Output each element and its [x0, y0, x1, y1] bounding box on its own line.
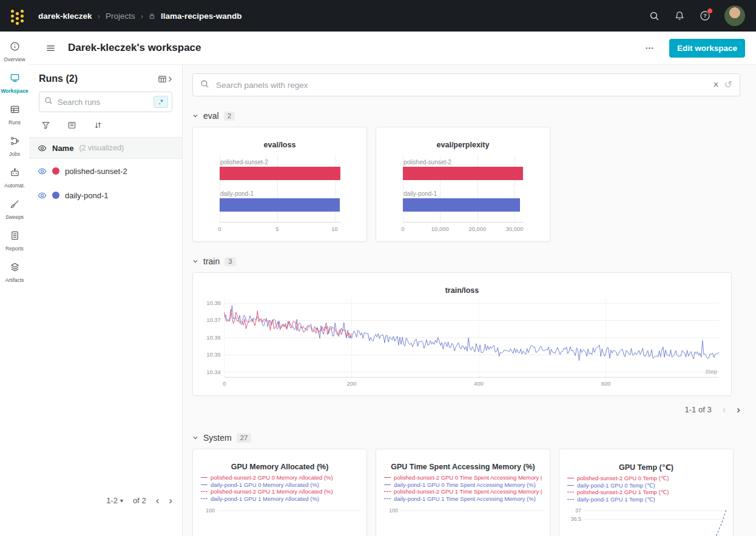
legend-item[interactable]: daily-pond-1 GPU 1 Temp (℃)	[567, 496, 725, 503]
next-page-button[interactable]: ›	[169, 495, 172, 506]
visibility-eye-icon[interactable]	[38, 167, 47, 176]
legend-item[interactable]: polished-sunset-2 GPU 1 Memory Allocated…	[201, 488, 359, 495]
legend-item[interactable]: daily-pond-1 GPU 0 Time Spent Accessing …	[384, 481, 542, 489]
notification-dot	[707, 8, 713, 14]
rail-label: Artifacts	[5, 277, 24, 283]
legend-item[interactable]: polished-sunset-2 GPU 0 Memory Allocated…	[201, 474, 359, 481]
name-column-header[interactable]: Name	[52, 144, 73, 153]
chart-plot: 3736.5	[567, 508, 727, 536]
section-header-train[interactable]: train 3	[192, 256, 740, 266]
legend-label: polished-sunset-2 GPU 0 Temp (℃)	[577, 475, 669, 481]
section-count-badge: 2	[224, 112, 235, 121]
panel-title: GPU Memory Allocated (%)	[193, 449, 366, 471]
x-tick-label: 10,000	[431, 226, 449, 232]
rail-item-automations[interactable]: Automat.	[0, 162, 29, 194]
search-icon[interactable]	[648, 10, 660, 22]
rail-item-workspace[interactable]: Workspace	[0, 68, 29, 99]
next-page-button[interactable]: ›	[737, 404, 740, 415]
user-avatar[interactable]	[724, 5, 745, 26]
panel-train-loss[interactable]: train/loss 10.3810.3710.3610.3510.340200…	[192, 272, 732, 396]
visibility-eye-icon[interactable]	[38, 144, 47, 153]
panel-gpu-memory-allocated[interactable]: GPU Memory Allocated (%) polished-sunset…	[192, 449, 367, 536]
panel-gpu-temp[interactable]: GPU Temp (℃) polished-sunset-2 GPU 0 Tem…	[559, 449, 734, 536]
legend-swatch	[567, 485, 574, 486]
expand-table-button[interactable]	[158, 75, 172, 84]
rail-item-jobs[interactable]: Jobs	[0, 131, 29, 162]
clear-search-icon[interactable]: ×	[713, 80, 718, 90]
legend-item[interactable]: daily-pond-1 GPU 1 Time Spent Accessing …	[384, 495, 542, 503]
legend-label: daily-pond-1 GPU 0 Temp (℃)	[577, 482, 655, 489]
bar-gridline	[335, 155, 336, 222]
legend-label: polished-sunset-2 GPU 1 Time Spent Acces…	[394, 488, 542, 495]
section-header-eval[interactable]: eval 2	[192, 111, 740, 121]
legend-label: polished-sunset-2 GPU 1 Temp (℃)	[577, 489, 669, 495]
gridline	[400, 511, 544, 511]
panel-eval-loss[interactable]: eval/loss 0510polished-sunset-2daily-pon…	[192, 127, 367, 242]
x-tick-label: 0	[401, 226, 404, 232]
bar-daily-pond-1[interactable]	[403, 198, 520, 212]
panel-eval-perplexity[interactable]: eval/perplexity 010,00020,00030,000polis…	[376, 127, 550, 242]
rail-item-sweeps[interactable]: Sweeps	[0, 194, 29, 226]
rail-item-runs[interactable]: Runs	[0, 99, 29, 131]
legend-item[interactable]: daily-pond-1 GPU 1 Memory Allocated (%)	[201, 495, 359, 503]
train-loss-line-chart[interactable]: 10.3810.3710.3610.3510.340200400600Step	[193, 273, 731, 395]
chart-plot: 100	[200, 508, 360, 536]
hamburger-menu-icon[interactable]	[46, 43, 56, 53]
panel-gpu-time-accessing-memory[interactable]: GPU Time Spent Accessing Memory (%) poli…	[376, 449, 550, 536]
help-icon[interactable]: ?	[699, 10, 711, 22]
breadcrumb-project[interactable]: llama-recipes-wandb	[161, 12, 242, 21]
legend-item[interactable]: polished-sunset-2 GPU 0 Time Spent Acces…	[384, 474, 542, 481]
search-icon	[44, 96, 53, 107]
legend-item[interactable]: daily-pond-1 GPU 0 Memory Allocated (%)	[201, 481, 359, 489]
workspace-icon	[10, 73, 20, 85]
bar-polished-sunset-2[interactable]	[403, 167, 523, 180]
sort-icon[interactable]	[93, 121, 103, 130]
panel-title: GPU Temp (℃)	[559, 449, 733, 472]
legend-swatch	[567, 499, 574, 500]
legend-item[interactable]: polished-sunset-2 GPU 0 Temp (℃)	[567, 475, 725, 482]
run-name[interactable]: daily-pond-1	[65, 191, 109, 200]
legend-item[interactable]: polished-sunset-2 GPU 1 Temp (℃)	[567, 489, 725, 496]
y-tick: 100	[200, 508, 360, 514]
edit-workspace-button[interactable]: Edit workspace	[669, 39, 745, 58]
chevron-down-icon	[192, 435, 198, 441]
panels-search-input[interactable]	[215, 80, 707, 90]
rail-item-overview[interactable]: Overview	[0, 36, 29, 68]
run-row-daily-pond-1[interactable]: daily-pond-1	[29, 183, 182, 207]
panels-main: × ↺ eval 2 eval/loss 0510polished-sunset…	[183, 65, 756, 536]
bar-polished-sunset-2[interactable]	[220, 167, 340, 180]
more-options-icon[interactable]	[642, 41, 657, 56]
section-header-system[interactable]: System 27	[192, 433, 740, 443]
run-row-polished-sunset-2[interactable]: polished-sunset-2	[29, 159, 182, 183]
run-name[interactable]: polished-sunset-2	[65, 167, 127, 176]
wandb-logo[interactable]	[11, 10, 24, 22]
rail-item-artifacts[interactable]: Artifacts	[0, 257, 29, 289]
legend-item[interactable]: daily-pond-1 GPU 0 Temp (℃)	[567, 482, 725, 489]
bar-daily-pond-1[interactable]	[220, 198, 340, 212]
breadcrumb-user[interactable]: darek-kleczek	[38, 12, 92, 21]
x-tick-label: 20,000	[468, 226, 486, 232]
visibility-eye-icon[interactable]	[38, 191, 47, 200]
prev-page-button[interactable]: ‹	[156, 495, 160, 506]
breadcrumb-projects[interactable]: Projects	[106, 12, 135, 21]
chevron-down-icon	[192, 258, 198, 264]
svg-text:10.35: 10.35	[206, 351, 221, 358]
notifications-bell-icon[interactable]	[673, 10, 686, 22]
legend-item[interactable]: polished-sunset-2 GPU 1 Time Spent Acces…	[384, 488, 542, 495]
rail-label: Automat.	[4, 183, 25, 189]
page-size-dropdown[interactable]: 1-2 ▾	[106, 496, 123, 505]
logo-dots	[16, 12, 19, 25]
layers-icon	[10, 262, 20, 275]
breadcrumb: darek-kleczek › Projects › llama-recipes…	[38, 12, 638, 21]
train-section-pagination: 1-1 of 3 ‹ ›	[192, 404, 740, 415]
rail-item-reports[interactable]: Reports	[0, 226, 29, 257]
rail-label: Jobs	[9, 151, 20, 157]
filter-funnel-icon[interactable]	[41, 121, 50, 130]
legend-swatch	[384, 491, 391, 492]
panels-search-bar: × ↺	[192, 73, 740, 96]
runs-search-input[interactable]	[56, 97, 150, 107]
group-icon[interactable]	[67, 121, 76, 130]
regex-toggle-button[interactable]: .*	[154, 96, 168, 108]
prev-page-button[interactable]: ‹	[723, 404, 726, 415]
history-icon[interactable]: ↺	[724, 80, 732, 90]
